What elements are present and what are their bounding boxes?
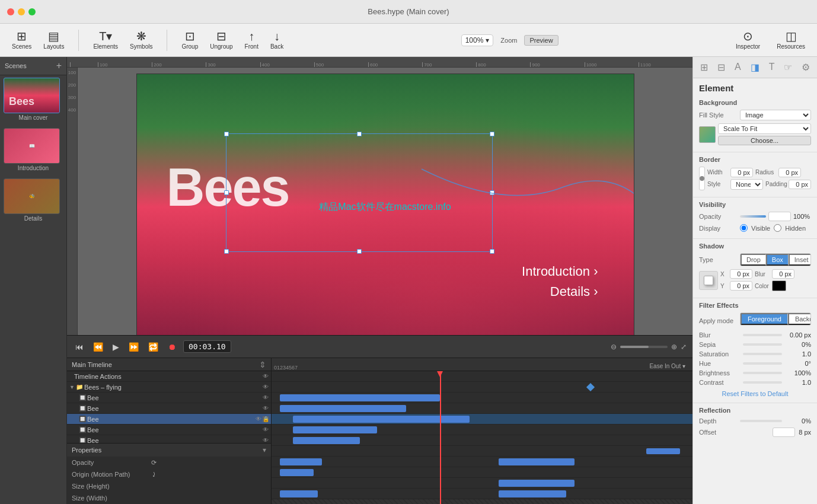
timeline-bar[interactable] xyxy=(293,437,360,444)
close-button[interactable] xyxy=(7,8,14,15)
zoom-in-icon[interactable]: ⊕ xyxy=(671,343,677,351)
offset-input[interactable] xyxy=(773,428,795,437)
loop-btn[interactable]: 🔁 xyxy=(146,341,161,353)
opacity-slider[interactable] xyxy=(740,215,766,218)
choose-button[interactable]: Choose... xyxy=(718,136,811,145)
timeline-bar[interactable] xyxy=(499,490,566,497)
inspector-tab-typography[interactable]: T xyxy=(767,60,777,74)
border-width-input[interactable] xyxy=(730,168,753,177)
track-bars[interactable] xyxy=(272,371,692,504)
step-forward-btn[interactable]: ⏩ xyxy=(126,341,141,353)
shadow-inset-tab[interactable]: Inset xyxy=(789,254,811,266)
reset-filters-button[interactable]: Reset Filters to Default xyxy=(699,388,811,399)
track-visibility-icon[interactable]: 👁 xyxy=(263,384,269,390)
timeline-bar[interactable] xyxy=(280,405,406,412)
track-visibility-icon[interactable]: 👁 xyxy=(263,437,269,443)
inspector-tab-actions[interactable]: ☞ xyxy=(781,60,794,74)
track-bee-3[interactable]: 🔲 Bee 👁 🔒 xyxy=(67,414,271,425)
hidden-radio[interactable] xyxy=(774,224,781,232)
timeline-zoom-slider[interactable] xyxy=(620,346,668,348)
track-bee-2[interactable]: 🔲 Bee 👁 xyxy=(67,403,271,414)
nav-introduction-link[interactable]: Introduction › xyxy=(522,264,598,279)
back-btn[interactable]: ↓ Back xyxy=(266,28,288,52)
inspector-tab-settings[interactable]: ⚙ xyxy=(799,60,812,74)
shadow-box-tab[interactable]: Box xyxy=(766,254,789,266)
hue-slider[interactable] xyxy=(743,362,782,365)
timeline-bar[interactable] xyxy=(280,490,318,497)
track-visibility-icon[interactable]: 👁 xyxy=(263,426,269,433)
inspector-tab-style[interactable]: ◨ xyxy=(748,60,762,74)
properties-toggle[interactable]: ▾ xyxy=(263,446,266,454)
padding-input[interactable] xyxy=(789,180,811,189)
border-radius-input[interactable] xyxy=(778,168,801,177)
timeline-bar[interactable] xyxy=(293,426,377,433)
track-timeline-actions[interactable]: Timeline Actions 👁 xyxy=(67,371,271,382)
ease-label[interactable]: Ease In Out ▾ xyxy=(649,363,685,369)
timeline-bar[interactable] xyxy=(280,394,440,401)
border-style-select[interactable]: None xyxy=(730,179,763,190)
elements-btn[interactable]: T▾ Elements xyxy=(88,28,123,52)
shadow-x-input[interactable] xyxy=(730,269,752,279)
scenes-btn[interactable]: ⊞ Scenes xyxy=(7,28,36,52)
inspector-tab-arrange[interactable]: ⊟ xyxy=(715,60,727,74)
front-btn[interactable]: ↑ Front xyxy=(240,28,263,52)
nav-details-link[interactable]: Details › xyxy=(522,284,598,299)
maximize-button[interactable] xyxy=(28,8,36,15)
fit-icon[interactable]: ⤢ xyxy=(681,343,687,351)
resources-btn[interactable]: ◫ Resources xyxy=(772,28,810,52)
timeline-bar[interactable] xyxy=(499,480,575,487)
symbols-btn[interactable]: ❋ Symbols xyxy=(125,28,157,52)
timeline-bar-short[interactable] xyxy=(646,448,680,454)
shadow-color-swatch[interactable] xyxy=(772,280,786,291)
canvas[interactable]: Bees Introduction › Details › 精品Mac软件尽在m… xyxy=(136,74,634,335)
blur-slider[interactable] xyxy=(743,334,782,336)
preview-btn[interactable]: Preview xyxy=(524,35,558,46)
scale-select[interactable]: Scale To Fit xyxy=(718,123,811,134)
scene-item-introduction[interactable]: 📖 Introduction xyxy=(0,126,66,176)
shadow-blur-input[interactable] xyxy=(772,269,794,279)
sepia-slider[interactable] xyxy=(743,343,782,346)
inspector-tab-text[interactable]: A xyxy=(732,60,743,74)
scene-item-main-cover[interactable]: Bees Main cover xyxy=(0,75,66,126)
track-visibility-icon[interactable]: 👁 xyxy=(263,405,269,412)
timeline-bar[interactable] xyxy=(293,416,470,423)
track-bees-flying[interactable]: ▼ 📁 Bees – flying 👁 xyxy=(67,382,271,393)
depth-slider[interactable] xyxy=(740,420,782,422)
layouts-btn[interactable]: ▤ Layouts xyxy=(39,28,69,52)
group-btn[interactable]: ⊡ Group xyxy=(177,28,203,52)
brightness-slider[interactable] xyxy=(743,372,782,374)
step-back-btn[interactable]: ⏪ xyxy=(91,341,106,353)
add-scene-button[interactable]: + xyxy=(56,60,62,71)
fill-style-select[interactable]: Image xyxy=(740,110,811,120)
ungroup-btn[interactable]: ⊟ Ungroup xyxy=(205,28,237,52)
track-bee-1[interactable]: 🔲 Bee 👁 xyxy=(67,393,271,403)
opacity-input[interactable] xyxy=(768,212,791,221)
play-btn[interactable]: ▶ xyxy=(110,341,122,353)
timeline-bar[interactable] xyxy=(280,458,322,465)
canvas-container[interactable]: Bees Introduction › Details › 精品Mac软件尽在m… xyxy=(78,68,692,335)
zoom-out-icon[interactable]: ⊖ xyxy=(611,343,617,351)
skip-start-btn[interactable]: ⏮ xyxy=(73,341,86,353)
zoom-control[interactable]: 100% ▾ xyxy=(461,34,494,46)
main-timeline-label: Main Timeline xyxy=(72,361,112,368)
inspector-tab-layers[interactable]: ⊞ xyxy=(698,60,710,74)
backdrop-tab[interactable]: Backdrop xyxy=(788,313,811,325)
track-bee-4[interactable]: 🔲 Bee 👁 xyxy=(67,425,271,435)
scene-item-details[interactable]: 🐝 Details xyxy=(0,176,66,227)
minimize-button[interactable] xyxy=(18,8,25,15)
shadow-y-input[interactable] xyxy=(730,281,752,291)
track-visibility-icon[interactable]: 👁 xyxy=(256,416,261,422)
track-visibility-icon[interactable]: 👁 xyxy=(263,394,269,401)
contrast-slider[interactable] xyxy=(743,381,782,384)
shadow-drop-tab[interactable]: Drop xyxy=(741,254,766,266)
saturation-slider[interactable] xyxy=(743,353,782,355)
record-btn[interactable]: ⏺ xyxy=(165,341,178,353)
visible-radio[interactable] xyxy=(740,224,748,232)
foreground-tab[interactable]: Foreground xyxy=(741,313,788,325)
timeline-bars-area: 0 1 2 3 4 5 6 7 Ease In Out ▾ xyxy=(272,358,692,504)
timeline-bar[interactable] xyxy=(280,469,314,476)
inspector-btn[interactable]: ⊙ Inspector xyxy=(731,28,765,52)
track-bee-5[interactable]: 🔲 Bee 👁 xyxy=(67,435,271,443)
track-visibility-icon[interactable]: 👁 xyxy=(263,373,269,379)
timeline-bar[interactable] xyxy=(499,458,575,465)
